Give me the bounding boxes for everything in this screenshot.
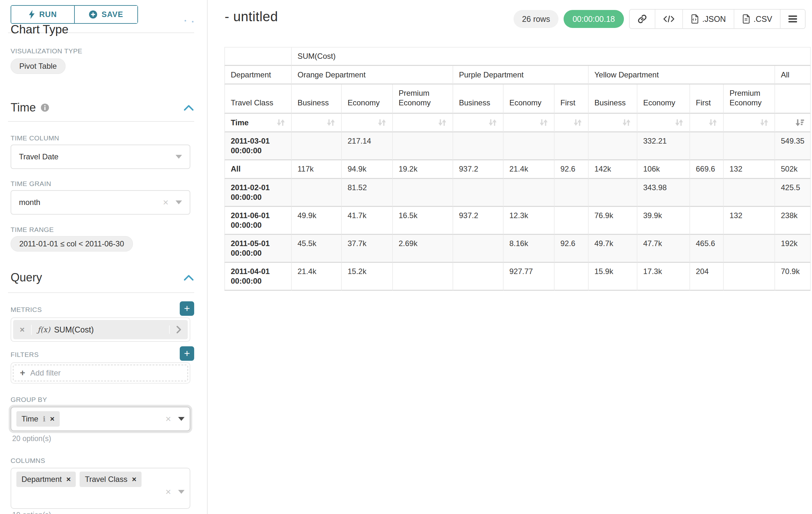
pivot-col-header: Business	[292, 84, 342, 114]
pivot-cell	[555, 263, 589, 291]
run-button[interactable]: RUN	[11, 6, 75, 23]
pivot-col-header: Premium Economy	[393, 84, 453, 114]
chip-label: Department	[22, 475, 62, 484]
selected-option-chip[interactable]: Travel Class×	[80, 471, 141, 487]
sort-icon	[438, 118, 447, 127]
sort-icon	[377, 118, 386, 127]
pivot-sort-cell[interactable]	[555, 114, 589, 132]
pivot-cell: 15.2k	[342, 263, 393, 291]
pivot-cell: 192k	[775, 235, 811, 263]
sort-desc-icon	[795, 118, 804, 127]
pivot-sort-cell[interactable]	[503, 114, 555, 132]
pivot-cell: 343.98	[637, 179, 690, 207]
pivot-cell: 106k	[637, 160, 690, 179]
metrics-label: METRICS	[10, 306, 42, 314]
add-filter-button[interactable]: +	[180, 346, 194, 361]
pivot-cell: 927.77	[503, 263, 555, 291]
run-save-button-group: RUN SAVE	[10, 5, 138, 24]
pivot-cell: 16.5k	[393, 207, 453, 235]
menu-button[interactable]	[780, 10, 805, 28]
pivot-sort-cell[interactable]	[342, 114, 393, 132]
pivot-sort-cell[interactable]	[775, 114, 811, 132]
sort-icon	[622, 118, 631, 127]
group-by-chips: Timei×	[17, 411, 165, 427]
columns-select[interactable]: Department×Travel Class× ×	[10, 468, 190, 509]
pivot-cell	[393, 263, 453, 291]
control-panel-sidebar: Chart Type RUN SAVE VISUALIZATION TYPE P…	[0, 0, 208, 514]
caret-down-icon	[178, 417, 184, 421]
sort-icon	[760, 118, 769, 127]
pivot-cell	[555, 207, 589, 235]
pivot-cell	[292, 179, 342, 207]
pivot-sort-cell[interactable]	[637, 114, 690, 132]
pivot-table: SUM(Cost)DepartmentOrange DepartmentPurp…	[224, 47, 811, 291]
pivot-cell: 47.7k	[637, 235, 690, 263]
clear-icon[interactable]: ×	[165, 414, 171, 424]
info-icon: i	[43, 415, 45, 423]
filters-label: FILTERS	[10, 351, 39, 358]
pivot-cell	[292, 132, 342, 160]
pivot-col-header: Economy	[342, 84, 393, 114]
view-query-button[interactable]	[655, 10, 682, 28]
pivot-data-row: 2011-06-01 00:00:0049.9k41.7k16.5k937.21…	[224, 207, 811, 235]
pivot-cell: 92.6	[555, 160, 589, 179]
caret-down-icon	[176, 155, 182, 159]
pivot-col-header: Economy	[503, 84, 555, 114]
pivot-sort-cell[interactable]	[690, 114, 724, 132]
selected-option-chip[interactable]: Department×	[17, 471, 76, 487]
pivot-cell	[453, 263, 503, 291]
time-grain-select[interactable]: month ×	[10, 190, 190, 215]
clear-icon[interactable]: ×	[163, 197, 169, 207]
viz-type-pill[interactable]: Pivot Table	[10, 58, 65, 74]
remove-chip-icon[interactable]: ×	[50, 415, 55, 423]
pivot-cell: 8.16k	[503, 235, 555, 263]
json-file-icon	[691, 14, 699, 24]
pivot-cell: 21.4k	[292, 263, 342, 291]
time-range-pill[interactable]: 2011-01-01 ≤ col < 2011-06-30	[10, 236, 133, 251]
pivot-sort-cell[interactable]: Time	[224, 114, 292, 132]
pivot-sort-cell[interactable]	[292, 114, 342, 132]
selected-option-chip[interactable]: Timei×	[17, 411, 60, 427]
export-csv-button[interactable]: .CSV	[734, 10, 780, 28]
pivot-sort-cell[interactable]	[724, 114, 775, 132]
run-button-label: RUN	[39, 10, 57, 19]
export-json-button[interactable]: .JSON	[682, 10, 734, 28]
metric-pill[interactable]: × ƒ(x) SUM(Cost)	[13, 320, 188, 339]
divider	[8, 292, 194, 293]
plus-icon: +	[20, 368, 25, 378]
share-link-button[interactable]	[630, 10, 655, 28]
lightning-icon	[28, 10, 35, 19]
sort-icon	[488, 118, 497, 127]
pivot-data-row: All117k94.9k19.2k937.221.4k92.6142k106k6…	[224, 160, 811, 179]
pivot-cell: 49.7k	[589, 235, 637, 263]
pivot-department-label: Department	[224, 66, 292, 84]
chevron-up-icon[interactable]	[183, 104, 194, 111]
row-count-badge: 26 rows	[514, 10, 558, 28]
pivot-sort-cell[interactable]	[393, 114, 453, 132]
pivot-sort-cell[interactable]	[453, 114, 503, 132]
save-button[interactable]: SAVE	[75, 6, 138, 23]
code-icon	[663, 15, 675, 23]
pivot-cell	[724, 263, 775, 291]
chart-title[interactable]: - untitled	[225, 9, 278, 24]
group-by-select[interactable]: Timei× ×	[10, 407, 190, 431]
pivot-cell	[589, 179, 637, 207]
pivot-cell: 238k	[775, 207, 811, 235]
remove-metric-icon[interactable]: ×	[13, 325, 32, 335]
pivot-cell: 76.9k	[589, 207, 637, 235]
time-column-select[interactable]: Travel Date	[10, 144, 190, 169]
pivot-cell: 2.69k	[393, 235, 453, 263]
pivot-cell: 37.7k	[342, 235, 393, 263]
remove-chip-icon[interactable]: ×	[132, 476, 137, 483]
link-icon	[637, 14, 647, 24]
chart-type-heading: Chart Type	[10, 23, 68, 36]
clear-icon[interactable]: ×	[165, 487, 171, 497]
add-metric-button[interactable]: +	[180, 301, 194, 316]
chevron-right-icon[interactable]	[176, 325, 181, 334]
chevron-up-icon[interactable]	[183, 274, 194, 281]
pivot-sort-cell[interactable]	[589, 114, 637, 132]
add-filter-dropzone[interactable]: + Add filter	[13, 364, 188, 381]
remove-chip-icon[interactable]: ×	[66, 476, 70, 483]
pivot-cell: 17.3k	[637, 263, 690, 291]
time-section-header: Time	[10, 101, 194, 114]
